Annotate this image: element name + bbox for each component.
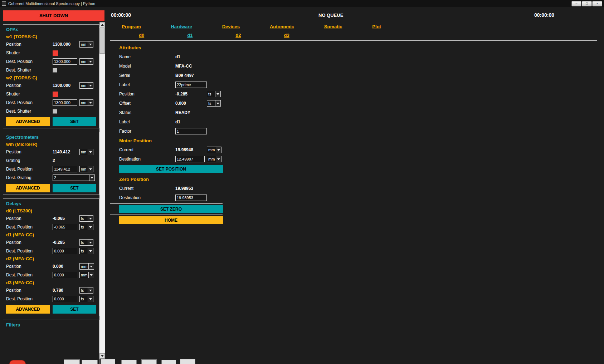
checkbox-unchecked[interactable] <box>53 109 57 114</box>
set-button[interactable]: SET <box>53 184 96 192</box>
text-input[interactable] <box>53 58 77 65</box>
tab-devices[interactable]: Devices <box>222 24 240 29</box>
minimize-button[interactable]: – <box>571 1 581 6</box>
text-input[interactable] <box>53 248 77 254</box>
unit-dropdown[interactable]: mm <box>207 156 221 162</box>
text-input[interactable] <box>53 272 77 278</box>
section-delays: Delaysd0 (LTS300)Position-0.065fsDest. P… <box>3 198 99 316</box>
checkbox-unchecked[interactable] <box>53 68 57 73</box>
dropdown-value: mm <box>80 264 88 269</box>
window-fragment[interactable] <box>64 359 80 364</box>
scroll-down-icon[interactable] <box>99 353 105 359</box>
tab-plot[interactable]: Plot <box>372 24 381 29</box>
unit-dropdown[interactable]: fs <box>79 296 93 302</box>
chevron-down-icon <box>88 248 93 254</box>
sidebar-scrollbar[interactable] <box>99 22 105 359</box>
field-row-label: Label <box>119 80 604 89</box>
chevron-down-icon <box>88 83 93 88</box>
window-fragment[interactable] <box>161 360 176 364</box>
advanced-button[interactable]: ADVANCED <box>6 305 50 314</box>
field-value: 0.000 <box>175 101 205 106</box>
tab-d0[interactable]: d0 <box>139 33 144 38</box>
window-fragment[interactable] <box>180 359 195 364</box>
field-value: d1 <box>175 119 205 124</box>
dropdown-value: fs <box>80 296 88 302</box>
chevron-down-icon <box>88 59 93 64</box>
unit-dropdown[interactable]: fs <box>79 239 93 246</box>
unit-dropdown[interactable]: mm <box>207 147 221 153</box>
maximize-button[interactable]: □ <box>582 1 592 6</box>
text-input[interactable] <box>53 166 77 172</box>
tab-d3[interactable]: d3 <box>284 33 289 38</box>
unit-dropdown[interactable]: fs <box>79 248 93 254</box>
unit-dropdown[interactable]: fs <box>207 91 221 97</box>
window-fragment[interactable] <box>121 360 137 364</box>
field-label: Dest. Position <box>6 167 53 172</box>
tab-program[interactable]: Program <box>122 24 141 29</box>
chevron-down-icon <box>88 287 93 293</box>
scroll-up-icon[interactable] <box>99 22 105 28</box>
shut-down-button[interactable]: SHUT DOWN <box>3 10 104 21</box>
unit-dropdown[interactable]: nm <box>79 166 93 172</box>
field-row-dest-position: Dest. Positionmm <box>6 271 96 279</box>
field-label: Destination <box>119 157 175 162</box>
text-input[interactable] <box>175 195 207 201</box>
field-label: Factor <box>119 129 175 134</box>
window-fragment[interactable] <box>82 360 98 364</box>
value-dropdown[interactable]: 2 <box>53 174 95 181</box>
field-label: Serial <box>119 73 175 78</box>
field-label: Destination <box>119 195 175 200</box>
tab-somatic[interactable]: Somatic <box>324 24 342 29</box>
unit-dropdown[interactable]: fs <box>207 100 221 107</box>
unit-dropdown[interactable]: fs <box>79 215 93 222</box>
unit-dropdown[interactable]: mm <box>79 272 94 278</box>
section-title: Filters <box>6 322 96 329</box>
advanced-button[interactable]: ADVANCED <box>6 117 50 126</box>
text-input[interactable] <box>175 156 205 162</box>
unit-dropdown[interactable]: fs <box>79 224 93 230</box>
unit-dropdown[interactable]: mm <box>79 263 94 270</box>
unit-dropdown[interactable]: nm <box>79 82 93 89</box>
text-input[interactable] <box>53 224 77 230</box>
set-position-button[interactable]: SET POSITION <box>119 165 223 173</box>
field-label: Position <box>6 149 53 154</box>
window-fragment[interactable] <box>141 359 157 364</box>
field-row-current: Current19.98948mm <box>119 145 604 154</box>
chevron-down-icon <box>88 216 93 221</box>
set-button[interactable]: SET <box>53 305 96 314</box>
text-input[interactable] <box>175 82 207 88</box>
advanced-button[interactable]: ADVANCED <box>6 184 50 192</box>
subsection-header: d2 (MFA-CC) <box>6 255 96 262</box>
shutter-indicator <box>53 92 58 97</box>
window-fragment[interactable] <box>101 359 115 364</box>
home-button[interactable]: HOME <box>119 216 223 224</box>
text-input[interactable] <box>175 128 207 134</box>
unit-dropdown[interactable]: fs <box>79 287 93 294</box>
text-input[interactable] <box>53 296 77 302</box>
field-label: Status <box>119 110 175 115</box>
unit-dropdown[interactable]: nm <box>79 149 93 155</box>
field-label: Offset <box>119 101 175 106</box>
tab-hardware[interactable]: Hardware <box>171 24 192 29</box>
subsection-header: w2 (TOPAS-C) <box>6 74 96 81</box>
close-button[interactable]: × <box>592 1 602 6</box>
field-value: 1300.000 <box>53 83 77 88</box>
unit-dropdown[interactable]: nm <box>79 41 93 48</box>
tab-d1[interactable]: d1 <box>187 33 193 38</box>
field-row-factor: Factor <box>119 127 604 136</box>
text-input[interactable] <box>53 99 77 106</box>
tab-d2[interactable]: d2 <box>235 33 241 38</box>
unit-dropdown[interactable]: nm <box>79 99 93 106</box>
dropdown-value: fs <box>80 240 88 245</box>
unit-dropdown[interactable]: nm <box>79 58 93 65</box>
field-label: Dest. Shutter <box>6 68 53 73</box>
window-fragment[interactable] <box>9 360 26 364</box>
field-label: Dest. Position <box>6 272 53 277</box>
scrollbar-thumb[interactable] <box>99 28 105 54</box>
field-label: Label <box>119 82 175 87</box>
tab-autonomic[interactable]: Autonomic <box>270 24 294 29</box>
window-title: Coherent Multidimensional Spectroscopy |… <box>8 1 95 6</box>
chevron-down-icon <box>216 156 221 162</box>
set-zero-button[interactable]: SET ZERO <box>119 205 223 213</box>
set-button[interactable]: SET <box>53 117 96 126</box>
